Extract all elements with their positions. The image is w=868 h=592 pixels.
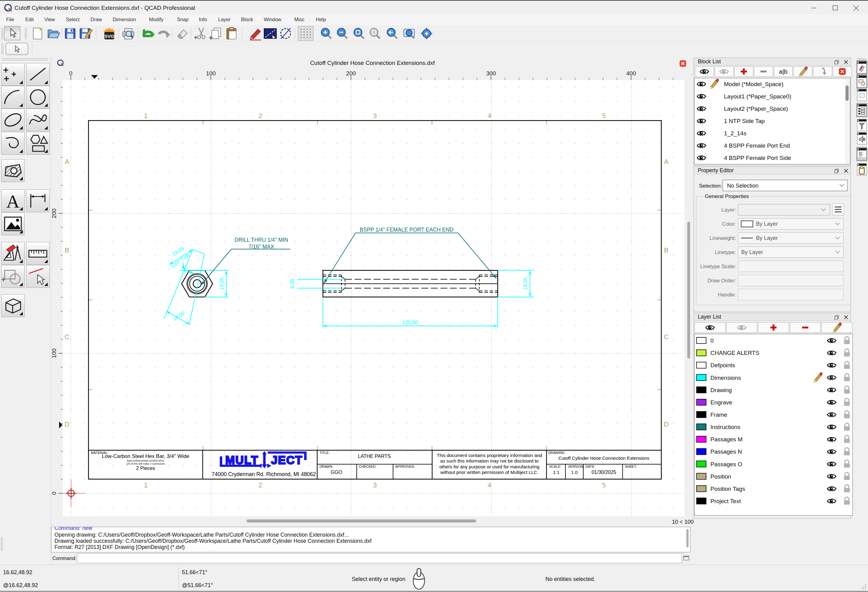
svg-text:100: 100 <box>206 70 216 77</box>
svg-text:19.05: 19.05 <box>523 277 528 290</box>
svg-text:Passages O: Passages O <box>710 461 743 467</box>
svg-text:LATHE PARTS: LATHE PARTS <box>358 454 391 459</box>
svg-text:Defpoints: Defpoints <box>710 362 735 368</box>
svg-text:A: A <box>664 158 669 165</box>
svg-text:Drawing: Drawing <box>710 387 732 393</box>
svg-text:1 NTP Side Tap: 1 NTP Side Tap <box>724 118 765 124</box>
svg-text:Passages M: Passages M <box>710 436 743 443</box>
svg-text:4: 4 <box>487 112 491 119</box>
svg-text:B: B <box>664 246 669 254</box>
svg-text:5: 5 <box>602 112 606 119</box>
svg-text:C: C <box>664 333 669 341</box>
svg-text:SVG: SVG <box>104 34 114 39</box>
svg-text:DATE:: DATE: <box>585 465 595 468</box>
svg-text:Frame: Frame <box>710 411 727 418</box>
svg-text:3: 3 <box>373 481 377 489</box>
svg-text:1: 1 <box>144 112 148 119</box>
svg-text:B: B <box>65 246 69 254</box>
svg-text:6.35: 6.35 <box>289 278 295 289</box>
svg-text:DRILL THRU 1/4" MIN: DRILL THRU 1/4" MIN <box>235 237 288 243</box>
svg-text:C: C <box>65 333 69 341</box>
svg-text:Linetype Scale:: Linetype Scale: <box>700 264 736 269</box>
svg-text:200: 200 <box>346 70 356 77</box>
svg-text:2: 2 <box>258 481 262 489</box>
svg-text:CHECKED:: CHECKED: <box>359 465 376 468</box>
svg-text:Layout1 (*Paper_Space0): Layout1 (*Paper_Space0) <box>724 93 791 100</box>
svg-text:Model (*Model_Space): Model (*Model_Space) <box>724 81 783 88</box>
svg-text:By Layer: By Layer <box>741 249 763 255</box>
svg-text:DRAWING:: DRAWING: <box>548 451 565 455</box>
svg-text:MULT: MULT <box>225 454 258 467</box>
svg-text:BSPP 1/4" FEMALE PORT EACH END: BSPP 1/4" FEMALE PORT EACH END <box>360 227 454 233</box>
svg-text:General Properties: General Properties <box>705 193 749 199</box>
svg-text:D: D <box>664 420 669 428</box>
svg-text:Layer List: Layer List <box>698 314 721 320</box>
svg-text:4: 4 <box>487 481 491 489</box>
svg-text:Linetype:: Linetype: <box>715 249 736 255</box>
svg-text:By Layer: By Layer <box>756 221 778 227</box>
svg-text:Selection:: Selection: <box>699 183 722 189</box>
svg-text:Layout2 (*Paper_Space): Layout2 (*Paper_Space) <box>724 106 788 112</box>
svg-text:VERSION:: VERSION: <box>568 465 584 468</box>
svg-text:Draw Order:: Draw Order: <box>707 278 736 284</box>
svg-text:Low-Carbon Steel Hex Bar, 3/4": Low-Carbon Steel Hex Bar, 3/4" Wide <box>102 453 189 459</box>
svg-text:SHEET:: SHEET: <box>625 465 637 468</box>
svg-text:By Layer: By Layer <box>756 235 778 241</box>
svg-text:Color:: Color: <box>722 221 736 227</box>
svg-text:without prior written permissi: without prior written permission of Mult… <box>440 470 538 475</box>
svg-text:Passages N: Passages N <box>710 448 742 455</box>
svg-text:SCALE:: SCALE: <box>549 465 561 468</box>
svg-text:400: 400 <box>626 70 636 77</box>
svg-text:1.0: 1.0 <box>571 470 578 475</box>
svg-text:3: 3 <box>373 112 377 119</box>
svg-text:2 Pieces: 2 Pieces <box>136 465 155 471</box>
svg-text:APPROVED:: APPROVED: <box>395 465 415 468</box>
svg-text:a|b: a|b <box>779 68 787 75</box>
svg-text:others for any purpose or used: others for any purpose or used for manuf… <box>439 464 539 469</box>
svg-text:Position: Position <box>710 473 731 480</box>
svg-text:Lineweight:: Lineweight: <box>710 235 736 241</box>
svg-text:0: 0 <box>51 492 57 495</box>
svg-text:GGO: GGO <box>331 470 342 475</box>
svg-text:TITLE:: TITLE: <box>319 451 330 455</box>
svg-text:0: 0 <box>710 337 714 344</box>
svg-text:4 BSPP Female Port Side: 4 BSPP Female Port Side <box>724 155 791 161</box>
svg-text:1_2_14s: 1_2_14s <box>724 130 746 137</box>
svg-text:5: 5 <box>602 481 606 489</box>
svg-text:7/16" MAX: 7/16" MAX <box>248 244 274 250</box>
svg-text:1/5 of this will make 2 connec: 1/5 of this will make 2 connectors <box>126 462 165 465</box>
svg-text:200: 200 <box>51 209 57 218</box>
svg-text:A: A <box>6 191 19 212</box>
svg-text:D: D <box>65 420 69 428</box>
svg-text:This document contains proprie: This document contains proprietary infor… <box>437 453 542 458</box>
svg-text:Block List: Block List <box>698 59 721 65</box>
svg-text:CHANGE ALERTS: CHANGE ALERTS <box>710 350 759 356</box>
svg-text:100: 100 <box>51 348 57 358</box>
svg-text:74000 Cryderman Rd. Richmond,: 74000 Cryderman Rd. Richmond, MI 48062 <box>212 471 316 477</box>
svg-text:Project Text: Project Text <box>710 498 741 504</box>
svg-text:A: A <box>65 158 69 165</box>
svg-text:300: 300 <box>486 70 496 77</box>
svg-text:JECT: JECT <box>271 454 303 467</box>
svg-text:01/30/2025: 01/30/2025 <box>592 470 616 475</box>
svg-text:1:1: 1:1 <box>553 470 559 475</box>
svg-text:Cutoff Cylinder Hose Connectio: Cutoff Cylinder Hose Connection Extensio… <box>558 455 650 461</box>
svg-text:www.onlinemetals.com/8213041: www.onlinemetals.com/8213041 <box>127 459 164 462</box>
svg-text:Instructions: Instructions <box>710 424 740 430</box>
svg-text:Position Tags: Position Tags <box>710 486 745 492</box>
svg-text:19.05: 19.05 <box>219 277 224 290</box>
svg-text:Layer:: Layer: <box>722 207 736 213</box>
svg-text:Engrave: Engrave <box>710 399 732 406</box>
svg-text:No Selection: No Selection <box>727 183 759 189</box>
svg-text:1: 1 <box>144 481 148 489</box>
svg-text:4 BSPP Female Port End: 4 BSPP Female Port End <box>724 142 790 149</box>
svg-text:Handle:: Handle: <box>718 292 736 298</box>
svg-text:Property Editor: Property Editor <box>698 167 734 174</box>
svg-text:0: 0 <box>69 70 72 77</box>
svg-text:DRAWN:: DRAWN: <box>319 465 333 468</box>
svg-text:as such this information may n: as such this information may not be disc… <box>440 458 538 464</box>
svg-text:Dimensions: Dimensions <box>710 375 741 381</box>
svg-text:2: 2 <box>258 112 262 119</box>
svg-text:125.00: 125.00 <box>402 320 418 325</box>
